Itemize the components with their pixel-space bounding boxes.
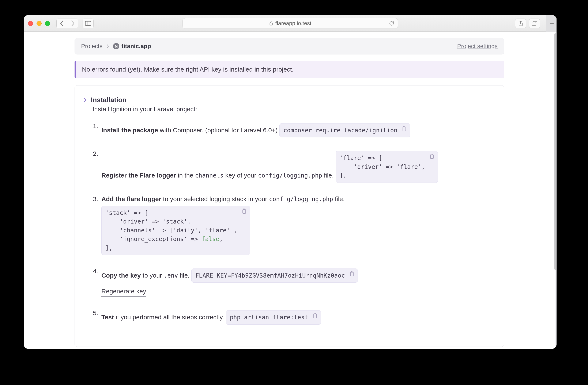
step-add-logger-stack: Add the flare logger to your selected lo… xyxy=(101,194,492,255)
titlebar: flareapp.io.test + xyxy=(24,15,557,32)
step-text: file. xyxy=(178,272,190,279)
copy-icon[interactable] xyxy=(349,271,355,277)
step-bold: Test xyxy=(101,314,114,321)
window-controls xyxy=(28,21,50,26)
reload-icon[interactable] xyxy=(389,21,394,26)
project-badge: N xyxy=(113,43,119,49)
svg-rect-6 xyxy=(430,155,433,159)
step-test: Test if you performed all the steps corr… xyxy=(101,308,492,324)
svg-rect-7 xyxy=(243,210,246,213)
address-bar[interactable]: flareapp.io.test xyxy=(183,18,398,29)
copy-icon[interactable] xyxy=(313,313,318,319)
browser-window: flareapp.io.test + Projects N titanic.ap… xyxy=(24,15,557,349)
toolbar-right: + xyxy=(515,15,554,32)
new-tab-button[interactable]: + xyxy=(546,15,557,32)
step-bold: Copy the key xyxy=(101,272,141,279)
svg-rect-4 xyxy=(532,22,536,25)
close-window-button[interactable] xyxy=(28,21,33,26)
step-text: to your xyxy=(141,272,164,279)
installation-steps: Install the package with Composer. (opti… xyxy=(83,121,492,325)
step-text: if you performed all the steps correctly… xyxy=(114,314,224,321)
inline-code: channels xyxy=(195,172,224,179)
alert-text: No errors found (yet). Make sure the rig… xyxy=(82,66,294,73)
chevron-right-icon xyxy=(106,44,109,48)
copy-icon[interactable] xyxy=(429,153,435,159)
scrollbar[interactable] xyxy=(554,33,556,270)
breadcrumb-project[interactable]: titanic.app xyxy=(122,43,151,50)
step-text: file. xyxy=(322,172,334,179)
chevron-right-icon xyxy=(83,98,87,102)
installation-title: Installation xyxy=(91,96,126,104)
step-register-logger: Register the Flare logger in the channel… xyxy=(101,149,492,182)
inline-code: config/logging.php xyxy=(258,172,322,179)
step-bold: Install the package xyxy=(101,127,158,134)
code-block: 'flare' => [ 'driver' => 'flare', ], xyxy=(336,151,438,182)
inline-code: config/logging.php xyxy=(269,196,333,203)
code-block: 'stack' => [ 'driver' => 'stack', 'chann… xyxy=(101,206,250,255)
page-content: Projects N titanic.app Project settings … xyxy=(24,32,555,349)
svg-rect-2 xyxy=(270,23,273,25)
copy-icon[interactable] xyxy=(402,126,408,132)
share-button[interactable] xyxy=(515,19,526,28)
url-text: flareapp.io.test xyxy=(275,20,312,27)
project-settings-link[interactable]: Project settings xyxy=(457,43,498,50)
installation-subtitle: Install Ignition in your Laravel project… xyxy=(83,105,492,113)
forward-button[interactable] xyxy=(67,19,78,28)
step-text: key of your xyxy=(223,172,258,179)
no-errors-alert: No errors found (yet). Make sure the rig… xyxy=(75,61,504,78)
svg-rect-8 xyxy=(350,272,353,276)
breadcrumb-root[interactable]: Projects xyxy=(81,43,103,50)
code-block: php artisan flare:test xyxy=(226,310,321,324)
regenerate-key-link[interactable]: Regenerate key xyxy=(101,286,146,297)
copy-icon[interactable] xyxy=(242,208,248,214)
installation-heading: Installation xyxy=(83,96,492,104)
minimize-window-button[interactable] xyxy=(37,21,42,26)
breadcrumb: Projects N titanic.app Project settings xyxy=(75,38,504,55)
back-button[interactable] xyxy=(56,19,67,28)
step-bold: Register the Flare logger xyxy=(101,172,176,179)
installation-card: Installation Install Ignition in your La… xyxy=(75,85,504,347)
svg-rect-0 xyxy=(85,21,91,25)
step-copy-key: Copy the key to your .env file. FLARE_KE… xyxy=(101,266,492,297)
sidebar-toggle-button[interactable] xyxy=(83,19,94,28)
step-text: in the xyxy=(176,172,195,179)
step-text: to your selected logging stack in your xyxy=(161,195,269,203)
step-bold: Add the flare logger xyxy=(101,195,161,203)
tabs-button[interactable] xyxy=(529,19,540,28)
inline-code: .env xyxy=(164,272,178,279)
svg-rect-9 xyxy=(314,314,316,318)
code-block: FLARE_KEY=FY4b9ZGVS8emfAH7ozHiUrnqNhKz0a… xyxy=(191,268,358,283)
svg-rect-5 xyxy=(403,127,406,131)
maximize-window-button[interactable] xyxy=(45,21,50,26)
code-block: composer require facade/ignition xyxy=(279,123,410,137)
lock-icon xyxy=(269,21,273,26)
step-text: with Composer. (optional for Laravel 6.0… xyxy=(158,127,277,134)
step-text: file. xyxy=(333,195,345,203)
nav-buttons xyxy=(56,19,78,28)
step-install-package: Install the package with Composer. (opti… xyxy=(101,121,492,137)
